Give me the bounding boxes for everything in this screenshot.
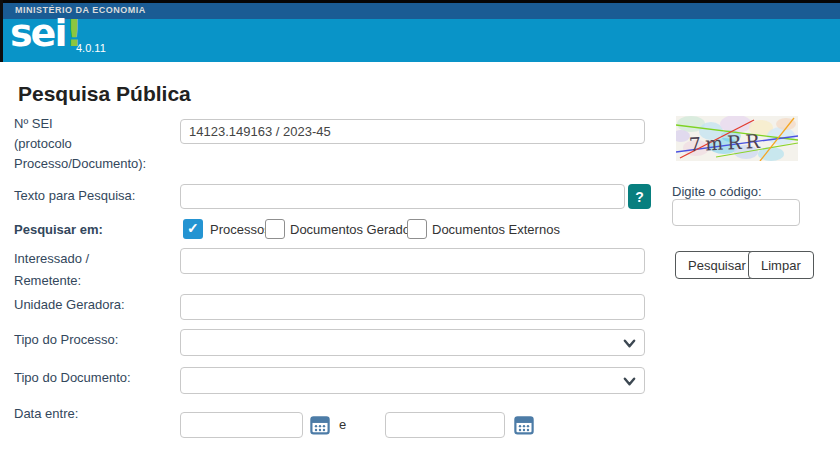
documentos-gerados-checkbox-label: Documentos Gerados <box>290 222 416 237</box>
app-header-bar: sei! 4.0.11 <box>0 19 840 62</box>
tipo-processo-select[interactable] <box>180 329 645 356</box>
chevron-down-icon <box>623 337 636 350</box>
pesquisar-button[interactable]: Pesquisar <box>675 251 759 279</box>
limpar-button[interactable]: Limpar <box>748 251 814 279</box>
tipo-documento-select[interactable] <box>180 367 645 394</box>
interessado-label-line1: Interessado / <box>14 251 89 266</box>
nr-sei-label-line1: Nº SEI <box>14 116 53 131</box>
chevron-down-icon <box>623 375 636 388</box>
pesquisar-em-label: Pesquisar em: <box>14 222 103 237</box>
documentos-externos-checkbox[interactable] <box>407 219 427 239</box>
unidade-geradora-label: Unidade Geradora: <box>14 297 125 312</box>
data-fim-input[interactable] <box>385 412 505 438</box>
page-title: Pesquisa Pública <box>18 82 191 106</box>
app-version: 4.0.11 <box>76 42 106 54</box>
ministry-top-bar: MINISTÉRIO DA ECONOMIA <box>0 0 840 19</box>
processos-checkbox[interactable] <box>183 219 203 239</box>
calendar-icon[interactable] <box>514 414 534 435</box>
captcha-code-label: Digite o código: <box>672 184 762 199</box>
tipo-documento-label: Tipo do Documento: <box>14 370 131 385</box>
captcha-image: 7mRR <box>676 116 798 161</box>
data-entre-label: Data entre: <box>14 406 78 421</box>
unidade-geradora-input[interactable] <box>180 294 645 320</box>
search-help-button[interactable]: ? <box>628 184 651 209</box>
date-conjunction: e <box>339 417 346 432</box>
data-inicio-input[interactable] <box>180 412 303 438</box>
processos-checkbox-label: Processos <box>210 222 271 237</box>
nr-sei-input[interactable] <box>180 119 645 144</box>
texto-pesquisa-input[interactable] <box>180 184 625 209</box>
texto-pesquisa-label: Texto para Pesquisa: <box>14 188 135 203</box>
interessado-label-line2: Remetente: <box>14 273 81 288</box>
tipo-processo-label: Tipo do Processo: <box>14 332 118 347</box>
sei-logo: sei! <box>10 11 83 55</box>
captcha-code-text: 7mRR <box>688 130 764 156</box>
window-edge <box>0 0 3 62</box>
documentos-externos-checkbox-label: Documentos Externos <box>432 222 560 237</box>
documentos-gerados-checkbox[interactable] <box>265 219 285 239</box>
interessado-input[interactable] <box>180 248 645 274</box>
nr-sei-label-line2: (protocolo <box>14 136 72 151</box>
captcha-code-input[interactable] <box>672 199 800 226</box>
calendar-icon[interactable] <box>310 414 330 435</box>
nr-sei-label-line3: Processo/Documento): <box>14 156 146 171</box>
